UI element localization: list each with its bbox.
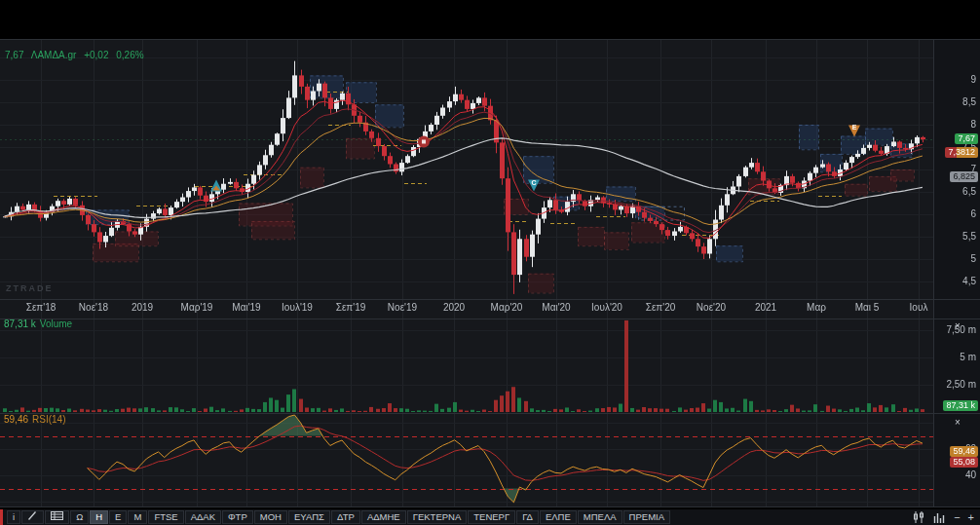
zoom-in-button[interactable]: + [968, 510, 974, 525]
tab-FTSE[interactable]: FTSE [148, 510, 183, 524]
minus-icon: − [954, 510, 960, 525]
omega-icon: Ω [76, 511, 83, 523]
rsi-tick-label: 60 [965, 444, 976, 454]
chart-style-candles-button[interactable] [913, 511, 925, 523]
time-tick-label: Μαι'20 [542, 303, 570, 313]
bottom-toolbar: i Ω ΗΕΜFTSEΑΔΑΚΦΤΡΜΟΗΕΥΑΠΣΔΤΡΑΔΜΗΕΓΕΚΤΕΡ… [0, 508, 980, 525]
time-tick-label: 2020 [443, 303, 465, 313]
pencil-icon [27, 510, 38, 524]
time-tick-label: Μαρ'19 [181, 303, 213, 313]
tab-ΓΕΚΤΕΡΝΑ[interactable]: ΓΕΚΤΕΡΝΑ [407, 510, 468, 524]
tab-ΠΡΕΜΙΑ[interactable]: ΠΡΕΜΙΑ [623, 510, 670, 524]
tab-ΕΥΑΠΣ[interactable]: ΕΥΑΠΣ [288, 510, 330, 524]
time-tick-label: Σεπ'18 [26, 303, 57, 313]
volume-histogram-button[interactable] [933, 511, 946, 523]
time-tick-label: 2021 [755, 303, 776, 313]
tab-Η[interactable]: Η [90, 510, 108, 524]
tab-ΑΔΜΗΕ[interactable]: ΑΔΜΗΕ [361, 510, 406, 524]
time-tick-label: Σεπ'19 [336, 303, 366, 313]
tab-Ε[interactable]: Ε [109, 510, 127, 524]
tab-ΜΠΕΛΑ[interactable]: ΜΠΕΛΑ [578, 510, 622, 524]
time-tick-label: Μαρ [807, 303, 826, 313]
grid-icon [51, 511, 63, 523]
tab-ΕΛΠΕ[interactable]: ΕΛΠΕ [540, 510, 577, 524]
rsi-tick-label: 40 [965, 470, 976, 480]
time-axis[interactable]: Σεπ'18Νοε'182019Μαρ'19Μαι'19Ιουλ'19Σεπ'1… [0, 301, 933, 317]
time-tick-label: Μαι 5 [855, 303, 880, 313]
time-tick-label: Νοε'18 [79, 303, 108, 313]
candle-chart-icon [913, 511, 925, 523]
time-tick-label: Νοε'19 [388, 303, 417, 313]
symbol-tabs: ΗΕΜFTSEΑΔΑΚΦΤΡΜΟΗΕΥΑΠΣΔΤΡΑΔΜΗΕΓΕΚΤΕΡΝΑΤΕ… [90, 509, 671, 525]
price-tick-label: 4,5 [962, 277, 976, 286]
tab-Μ[interactable]: Μ [128, 510, 147, 524]
tab-ΦΤΡ[interactable]: ΦΤΡ [222, 510, 253, 524]
time-tick-label: Μαρ'20 [491, 303, 523, 313]
toolbar-right-group: − + [913, 509, 980, 525]
price-chart-canvas[interactable] [0, 0, 980, 525]
time-tick-label: Ιουλ'20 [591, 303, 622, 313]
rsi-pane-close-button[interactable]: × [952, 417, 963, 429]
price-tick-label: 6,5 [962, 187, 976, 197]
close-icon: × [955, 417, 961, 428]
price-tick-label: 6 [970, 209, 976, 219]
price-tick-label: 7,5 [962, 142, 976, 152]
time-tick-label: Νοε'20 [697, 303, 726, 313]
price-tick-label: 9 [970, 75, 976, 85]
price-tick-label: 5,5 [962, 232, 976, 242]
tab-ΤΕΝΕΡΓ[interactable]: ΤΕΝΕΡΓ [468, 510, 515, 524]
price-tick-label: 8,5 [962, 97, 976, 107]
time-tick-label: Ιουλ [910, 303, 928, 313]
time-tick-label: Σεπ'20 [646, 303, 676, 313]
price-tick-label: 5 [970, 254, 976, 264]
close-icon: × [955, 320, 961, 331]
tab-ΔΤΡ[interactable]: ΔΤΡ [331, 510, 360, 524]
volume-pane-close-button[interactable]: × [952, 320, 963, 332]
tab-ΜΟΗ[interactable]: ΜΟΗ [254, 510, 287, 524]
info-icon: i [13, 511, 15, 523]
price-tick-label: 8 [970, 120, 976, 130]
price-axis[interactable]: 98,587,576,565,554,57,50 m5 m2,50 m6040 [933, 39, 980, 506]
info-button[interactable]: i [7, 510, 20, 524]
watchlist-button[interactable] [45, 510, 69, 524]
volume-tick-label: 5 m [960, 353, 976, 362]
tab-ΓΔ[interactable]: ΓΔ [516, 510, 539, 524]
volume-tick-label: 2,50 m [946, 380, 976, 390]
bar-chart-icon [933, 511, 946, 523]
time-tick-label: Ιουλ'19 [282, 303, 313, 313]
plus-icon: + [968, 510, 974, 525]
time-tick-label: Μαι'19 [232, 303, 260, 313]
draw-button[interactable] [21, 510, 44, 524]
omega-button[interactable]: Ω [70, 510, 89, 524]
time-tick-label: 2019 [132, 303, 153, 313]
price-tick-label: 7 [970, 165, 976, 174]
zoom-out-button[interactable]: − [954, 510, 960, 525]
trading-chart-window: 7,67 ΛΑΜΔΑ.gr +0,02 0,26% ZTRADE 87,31 k… [0, 0, 980, 525]
tab-ΑΔΑΚ[interactable]: ΑΔΑΚ [185, 510, 221, 524]
connection-status-strip [0, 509, 3, 525]
